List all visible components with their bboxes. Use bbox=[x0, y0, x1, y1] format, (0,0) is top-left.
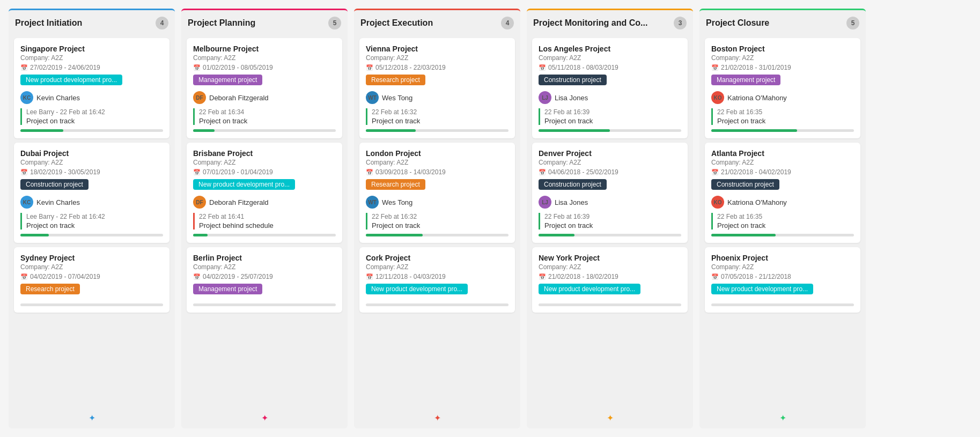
card-brisbane[interactable]: Brisbane ProjectCompany: A2Z📅07/01/2019 … bbox=[187, 143, 342, 243]
card-comment: Lee Barry - 22 Feb at 16:42Project on tr… bbox=[20, 213, 163, 229]
card-melbourne[interactable]: Melbourne ProjectCompany: A2Z📅01/02/2019… bbox=[187, 38, 342, 138]
assignee-name: Wes Tong bbox=[382, 198, 412, 206]
card-date-text: 18/02/2019 - 30/05/2019 bbox=[30, 168, 100, 176]
card-tag: New product development pro... bbox=[20, 75, 122, 85]
card-company: Company: A2Z bbox=[20, 263, 163, 271]
calendar-icon: 📅 bbox=[539, 169, 546, 176]
comment-text: Project behind schedule bbox=[199, 221, 336, 229]
card-dubai[interactable]: Dubai ProjectCompany: A2Z📅18/02/2019 - 3… bbox=[14, 143, 170, 243]
card-date: 📅05/12/2018 - 22/03/2019 bbox=[366, 64, 509, 71]
progress-bar bbox=[193, 234, 336, 236]
card-comment: 22 Feb at 16:32Project on track bbox=[366, 108, 509, 125]
card-london[interactable]: London ProjectCompany: A2Z📅03/09/2018 - … bbox=[359, 143, 515, 243]
card-comment: 22 Feb at 16:41Project behind schedule bbox=[193, 213, 336, 229]
card-title: Boston Project bbox=[711, 45, 854, 53]
avatar: WT bbox=[366, 91, 379, 104]
progress-bar bbox=[193, 129, 336, 132]
card-assignee: DFDeborah Fitzgerald bbox=[193, 196, 336, 209]
card-company: Company: A2Z bbox=[366, 54, 509, 62]
column-count-closure: 5 bbox=[846, 17, 859, 29]
column-count-monitoring: 3 bbox=[674, 17, 687, 29]
avatar: WT bbox=[366, 196, 379, 209]
card-cork[interactable]: Cork ProjectCompany: A2Z📅12/11/2018 - 04… bbox=[359, 247, 515, 313]
progress-bar-fill bbox=[366, 129, 416, 132]
card-phoenix[interactable]: Phoenix ProjectCompany: A2Z📅07/05/2018 -… bbox=[705, 247, 860, 313]
add-card-icon[interactable]: ✦ bbox=[607, 413, 614, 423]
card-assignee: KOKatriona O'Mahony bbox=[711, 91, 854, 104]
card-company: Company: A2Z bbox=[193, 263, 336, 271]
column-count-initiation: 4 bbox=[156, 17, 168, 29]
card-tag: Research project bbox=[366, 179, 425, 190]
card-assignee: DFDeborah Fitzgerald bbox=[193, 91, 336, 104]
calendar-icon: 📅 bbox=[539, 64, 546, 71]
card-date: 📅04/02/2019 - 07/04/2019 bbox=[20, 273, 163, 280]
comment-meta: 22 Feb at 16:35 bbox=[717, 108, 854, 116]
add-card-icon[interactable]: ✦ bbox=[779, 413, 786, 423]
progress-bar-fill bbox=[711, 234, 776, 236]
card-comment: Lee Barry - 22 Feb at 16:42Project on tr… bbox=[20, 108, 163, 125]
card-vienna[interactable]: Vienna ProjectCompany: A2Z📅05/12/2018 - … bbox=[359, 38, 515, 138]
comment-text: Project on track bbox=[372, 117, 509, 125]
card-tag: New product development pro... bbox=[193, 179, 295, 190]
card-tag: Management project bbox=[711, 75, 780, 85]
card-company: Company: A2Z bbox=[193, 159, 336, 166]
card-company: Company: A2Z bbox=[711, 263, 854, 271]
card-new-york[interactable]: New York ProjectCompany: A2Z📅21/02/2018 … bbox=[532, 247, 688, 313]
card-sydney[interactable]: Sydney ProjectCompany: A2Z📅04/02/2019 - … bbox=[14, 247, 170, 313]
card-date-text: 04/06/2018 - 25/02/2019 bbox=[548, 168, 618, 176]
comment-text: Project on track bbox=[717, 117, 854, 125]
calendar-icon: 📅 bbox=[366, 64, 373, 71]
card-date-text: 07/01/2019 - 01/04/2019 bbox=[203, 168, 273, 176]
card-los-angeles[interactable]: Los Angeles ProjectCompany: A2Z📅05/11/20… bbox=[532, 38, 688, 138]
card-date-text: 21/02/2018 - 18/02/2019 bbox=[548, 273, 618, 280]
card-comment: 22 Feb at 16:35Project on track bbox=[711, 108, 854, 125]
card-singapore[interactable]: Singapore ProjectCompany: A2Z📅27/02/2019… bbox=[14, 38, 170, 138]
card-atlanta[interactable]: Atlanta ProjectCompany: A2Z📅21/02/2018 -… bbox=[705, 143, 860, 243]
add-card-icon[interactable]: ✦ bbox=[261, 413, 268, 423]
add-card-icon[interactable]: ✦ bbox=[434, 413, 441, 423]
card-assignee: WTWes Tong bbox=[366, 196, 509, 209]
assignee-name: Katriona O'Mahony bbox=[727, 94, 787, 102]
card-boston[interactable]: Boston ProjectCompany: A2Z📅21/02/2018 - … bbox=[705, 38, 860, 138]
card-company: Company: A2Z bbox=[20, 159, 163, 166]
column-footer-closure: ✦ bbox=[699, 410, 866, 424]
avatar: KO bbox=[711, 91, 724, 104]
comment-meta: Lee Barry - 22 Feb at 16:42 bbox=[26, 213, 163, 220]
card-company: Company: A2Z bbox=[366, 263, 509, 271]
card-denver[interactable]: Denver ProjectCompany: A2Z📅04/06/2018 - … bbox=[532, 143, 688, 243]
comment-meta: 22 Feb at 16:32 bbox=[372, 108, 509, 116]
progress-bar-fill bbox=[20, 129, 63, 132]
comment-text: Project on track bbox=[544, 117, 681, 125]
card-title: Cork Project bbox=[366, 254, 509, 262]
avatar: KC bbox=[20, 91, 33, 104]
card-date: 📅07/01/2019 - 01/04/2019 bbox=[193, 168, 336, 176]
progress-bar bbox=[366, 234, 509, 236]
cards-container-monitoring: Los Angeles ProjectCompany: A2Z📅05/11/20… bbox=[527, 35, 693, 410]
card-tag: Construction project bbox=[539, 179, 607, 190]
card-date-text: 21/02/2018 - 04/02/2019 bbox=[721, 168, 791, 176]
progress-bar bbox=[20, 234, 163, 236]
calendar-icon: 📅 bbox=[20, 273, 28, 280]
comment-text: Project on track bbox=[26, 117, 163, 125]
card-date-text: 12/11/2018 - 04/03/2019 bbox=[375, 273, 446, 280]
card-tag: Construction project bbox=[20, 179, 89, 190]
column-planning: Project Planning5Melbourne ProjectCompan… bbox=[181, 9, 348, 428]
progress-bar bbox=[539, 129, 681, 132]
card-berlin[interactable]: Berlin ProjectCompany: A2Z📅04/02/2019 - … bbox=[187, 247, 342, 313]
card-date-text: 27/02/2019 - 24/06/2019 bbox=[30, 64, 100, 71]
card-title: Melbourne Project bbox=[193, 45, 336, 53]
calendar-icon: 📅 bbox=[193, 169, 201, 176]
avatar: LJ bbox=[539, 196, 551, 209]
card-date-text: 01/02/2019 - 08/05/2019 bbox=[203, 64, 273, 71]
card-company: Company: A2Z bbox=[193, 54, 336, 62]
card-title: Dubai Project bbox=[20, 149, 163, 158]
comment-text: Project on track bbox=[717, 221, 854, 229]
assignee-name: Wes Tong bbox=[382, 94, 412, 102]
add-card-icon[interactable]: ✦ bbox=[89, 413, 95, 423]
card-assignee: LJLisa Jones bbox=[539, 196, 681, 209]
column-title-initiation: Project Initiation bbox=[15, 18, 82, 28]
card-date: 📅01/02/2019 - 08/05/2019 bbox=[193, 64, 336, 71]
calendar-icon: 📅 bbox=[193, 64, 201, 71]
card-date-text: 05/12/2018 - 22/03/2019 bbox=[375, 64, 446, 71]
calendar-icon: 📅 bbox=[366, 273, 373, 280]
